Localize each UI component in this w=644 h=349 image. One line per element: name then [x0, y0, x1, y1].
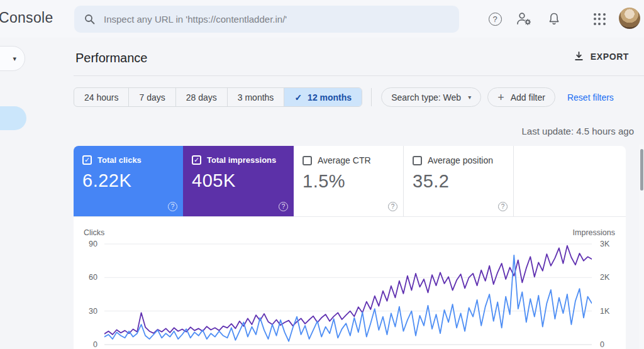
range-24-hours[interactable]: 24 hours	[74, 88, 129, 106]
help-icon[interactable]: ?	[279, 202, 288, 211]
checkbox-unchecked-icon[interactable]	[303, 156, 312, 165]
cards-filler	[514, 146, 626, 216]
check-icon: ✓	[294, 92, 302, 102]
right-axis-tick-label: 1K	[600, 307, 609, 316]
apps-grid-icon[interactable]	[591, 11, 608, 27]
range-3-months[interactable]: 3 months	[228, 88, 285, 106]
checkbox-checked-icon[interactable]: ✓	[82, 155, 92, 165]
right-axis-tick-label: 3K	[600, 240, 609, 248]
help-icon[interactable]: ?	[487, 11, 503, 27]
range-12-months[interactable]: ✓ 12 months	[284, 88, 362, 106]
total-clicks-card[interactable]: ✓ Total clicks 6.22K ?	[74, 146, 183, 216]
scrollbar-thumb[interactable]	[640, 149, 643, 191]
plus-icon: +	[497, 92, 504, 103]
total-clicks-value: 6.22K	[82, 170, 174, 191]
left-axis-tick-label: 0	[93, 340, 97, 349]
chart-plot	[104, 239, 592, 345]
sidebar-item-performance[interactable]	[0, 106, 26, 130]
user-settings-icon[interactable]	[516, 11, 532, 27]
url-inspect-searchbar[interactable]	[74, 6, 459, 33]
reset-filters-link[interactable]: Reset filters	[567, 92, 614, 102]
notifications-bell-icon[interactable]	[546, 11, 562, 27]
total-impressions-value: 405K	[192, 170, 285, 191]
range-7-days[interactable]: 7 days	[129, 88, 175, 106]
search-icon	[84, 14, 95, 25]
average-position-card[interactable]: Average position 35.2 ?	[404, 146, 514, 216]
date-range-segmented-control: 24 hours 7 days 28 days 3 months ✓ 12 mo…	[74, 87, 362, 107]
right-axis-tick-label: 2K	[600, 273, 609, 282]
performance-panel: ✓ Total clicks 6.22K ? ✓ Total impressio…	[74, 146, 626, 349]
filters-row: 24 hours 7 days 28 days 3 months ✓ 12 mo…	[74, 87, 614, 107]
search-type-dropdown[interactable]: Search type: Web ▾	[381, 87, 481, 107]
export-label: EXPORT	[591, 52, 629, 62]
left-axis-title: Clicks	[84, 228, 104, 237]
avatar[interactable]	[619, 8, 640, 29]
right-axis-title: Impressions	[573, 228, 615, 237]
series-line-clicks	[104, 255, 592, 341]
topbar: Console ?	[0, 0, 644, 38]
left-axis-tick-label: 60	[89, 273, 97, 282]
help-icon[interactable]: ?	[388, 202, 397, 211]
property-selector[interactable]: ▾	[0, 46, 25, 71]
metric-cards-row: ✓ Total clicks 6.22K ? ✓ Total impressio…	[74, 146, 626, 217]
average-ctr-value: 1.5%	[303, 171, 394, 192]
right-axis-tick-label: 0	[600, 340, 604, 349]
search-input[interactable]	[104, 14, 450, 25]
download-icon	[574, 51, 584, 62]
total-impressions-card[interactable]: ✓ Total impressions 405K ?	[183, 146, 294, 216]
range-28-days[interactable]: 28 days	[176, 88, 228, 106]
left-axis-tick-label: 90	[89, 240, 97, 248]
average-ctr-card[interactable]: Average CTR 1.5% ?	[294, 146, 404, 216]
header-divider	[74, 75, 644, 76]
left-axis-tick-label: 30	[89, 307, 97, 316]
app-logo-text: Console	[0, 9, 53, 26]
performance-chart: Clicks Impressions 00301K602K903K	[74, 217, 626, 348]
export-button[interactable]: EXPORT	[574, 51, 629, 62]
checkbox-unchecked-icon[interactable]	[413, 156, 422, 165]
average-position-value: 35.2	[413, 171, 504, 192]
chevron-down-icon: ▾	[13, 55, 16, 63]
add-filter-button[interactable]: + Add filter	[487, 87, 555, 107]
series-line-impressions	[104, 246, 592, 335]
page-title: Performance	[75, 51, 148, 65]
filters-divider	[371, 88, 372, 106]
help-icon[interactable]: ?	[168, 202, 177, 211]
chevron-down-icon: ▾	[468, 94, 471, 101]
help-icon[interactable]: ?	[498, 202, 508, 211]
checkbox-checked-icon[interactable]: ✓	[192, 155, 201, 165]
last-update-text: Last update: 4.5 hours ago	[522, 126, 634, 136]
